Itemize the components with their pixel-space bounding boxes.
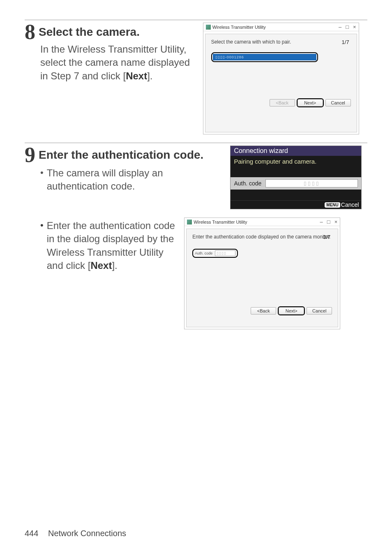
camera-auth-label: Auth. code xyxy=(234,180,261,187)
next-button[interactable]: Next> xyxy=(297,99,323,106)
camera-auth-value: ▯▯▯▯ xyxy=(265,179,358,187)
step-8-figure: Wireless Transmitter Utility – □ × 1/7 S… xyxy=(203,23,359,134)
section-title: Network Connections xyxy=(48,529,126,538)
close-icon[interactable]: × xyxy=(353,24,356,30)
wizard-page-indicator-2: 3/7 xyxy=(323,234,330,240)
auth-input-highlight: Auth. code ▯▯▯▯ xyxy=(192,249,238,258)
wtu-instruction: Select the camera with which to pair. xyxy=(211,39,351,45)
back-button: <Back xyxy=(270,99,295,106)
cancel-button[interactable]: Cancel xyxy=(307,307,332,315)
step-9-row2: • Enter the authentication code in the d… xyxy=(25,217,367,329)
step-8-body-post: ]. xyxy=(147,70,152,81)
step-9-heading: 9 Enter the authentication code. xyxy=(25,146,224,165)
wtu-dialog-auth: Wireless Transmitter Utility – □ × 3/7 E… xyxy=(184,217,340,329)
step-9-block: 9 Enter the authentication code. • The c… xyxy=(25,143,367,329)
wtu-titlebar: Wireless Transmitter Utility – □ × xyxy=(203,23,359,31)
wtu-title-2: Wireless Transmitter Utility xyxy=(194,220,247,224)
wtu-button-row: <Back Next> Cancel xyxy=(211,99,351,106)
step-9-camera-figure: Connection wizard Pairing computer and c… xyxy=(230,146,362,209)
wtu-inner-2: 3/7 Enter the authentication code displa… xyxy=(186,229,338,327)
bullet-icon: • xyxy=(40,219,44,232)
cancel-button[interactable]: Cancel xyxy=(325,99,351,106)
maximize-icon[interactable]: □ xyxy=(346,24,349,30)
app-icon xyxy=(206,25,211,30)
bullet-icon: • xyxy=(40,167,44,179)
wtu-title: Wireless Transmitter Utility xyxy=(212,25,266,30)
maximize-icon[interactable]: □ xyxy=(327,219,330,225)
step-9-bullet2-col: • Enter the authentication code in the d… xyxy=(40,217,184,273)
step-8-title: Select the camera. xyxy=(39,25,140,39)
step-8-heading: 8 Select the camera. xyxy=(25,23,196,42)
camera-lcd-subtitle: Pairing computer and camera. xyxy=(231,156,361,177)
wtu-dialog-select-camera: Wireless Transmitter Utility – □ × 1/7 S… xyxy=(203,23,359,134)
step-9-row: 9 Enter the authentication code. • The c… xyxy=(25,146,367,209)
step-9-number: 9 xyxy=(25,146,35,165)
camera-list-highlight: ▯▯▯▯-0001286 xyxy=(211,52,318,62)
minimize-icon[interactable]: – xyxy=(339,24,341,30)
step-9-bullet2-post: ]. xyxy=(112,260,117,271)
step-9-bullet2-bold: Next xyxy=(90,260,112,271)
auth-code-label: Auth. code xyxy=(195,251,212,255)
step-8-body-pre: In the Wireless Transmitter Utility, sel… xyxy=(40,44,190,81)
camera-lcd: Connection wizard Pairing computer and c… xyxy=(230,146,362,209)
step-8-text-col: 8 Select the camera. In the Wireless Tra… xyxy=(25,23,203,83)
step-9-figure2: Wireless Transmitter Utility – □ × 3/7 E… xyxy=(184,217,340,329)
step-9-bullet1-text: The camera will display an authenticatio… xyxy=(47,167,224,193)
wtu-button-row-2: <Back Next> Cancel xyxy=(192,307,332,315)
step-9-text-col: 9 Enter the authentication code. • The c… xyxy=(25,146,230,193)
wtu-titlebar-2: Wireless Transmitter Utility – □ × xyxy=(184,218,340,226)
camera-lcd-footer: MENU Cancel xyxy=(231,200,361,209)
camera-list-item[interactable]: ▯▯▯▯-0001286 xyxy=(213,54,316,60)
step-8-block: 8 Select the camera. In the Wireless Tra… xyxy=(25,20,367,134)
camera-lcd-auth-row: Auth. code ▯▯▯▯ xyxy=(231,177,361,190)
step-8-number: 8 xyxy=(25,23,35,42)
step-8-body: In the Wireless Transmitter Utility, sel… xyxy=(25,43,196,83)
app-icon xyxy=(187,220,192,224)
auth-code-input[interactable]: ▯▯▯▯ xyxy=(215,250,235,256)
page-footer: 444 Network Connections xyxy=(25,529,126,538)
step-9-bullet2-text: Enter the authentication code in the dia… xyxy=(47,219,176,273)
step-9-title: Enter the authentication code. xyxy=(39,148,203,162)
page-number: 444 xyxy=(25,529,38,538)
camera-cancel-label[interactable]: Cancel xyxy=(341,201,359,208)
wizard-page-indicator: 1/7 xyxy=(342,39,349,45)
minimize-icon[interactable]: – xyxy=(320,219,323,225)
wtu-inner: 1/7 Select the camera with which to pair… xyxy=(205,34,357,132)
menu-icon[interactable]: MENU xyxy=(325,202,340,208)
wtu-instruction-2: Enter the authentication code displayed … xyxy=(192,234,332,240)
next-button[interactable]: Next> xyxy=(279,307,304,315)
camera-lcd-spacer xyxy=(231,190,361,200)
back-button[interactable]: <Back xyxy=(251,307,276,315)
step-8-body-bold: Next xyxy=(126,70,147,81)
close-icon[interactable]: × xyxy=(334,219,338,225)
camera-lcd-title: Connection wizard xyxy=(231,146,361,156)
step-9-bullet1: • The camera will display an authenticat… xyxy=(25,167,224,193)
step-8-row: 8 Select the camera. In the Wireless Tra… xyxy=(25,23,367,134)
